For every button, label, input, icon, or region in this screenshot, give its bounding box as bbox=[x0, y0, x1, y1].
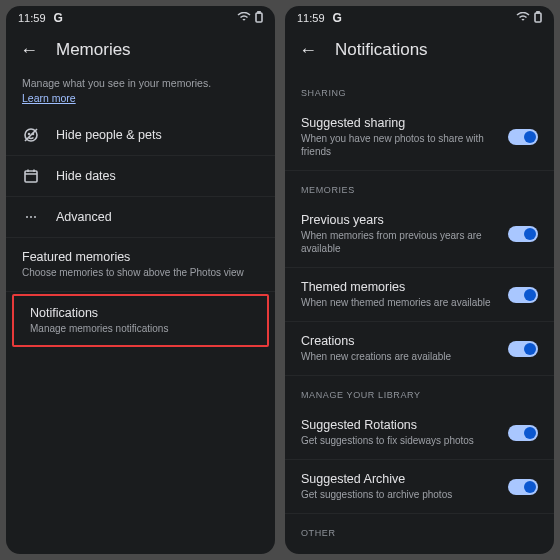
row-creations[interactable]: Creations When new creations are availab… bbox=[285, 322, 554, 376]
learn-more-link[interactable]: Learn more bbox=[22, 92, 76, 104]
toggle-creations[interactable] bbox=[508, 341, 538, 357]
status-bar: 11:59 G bbox=[285, 6, 554, 30]
notifications-screen: 11:59 G ← Notifications SHARING Suggeste… bbox=[285, 6, 554, 554]
row-sublabel: Get suggestions to fix sideways photos bbox=[301, 434, 492, 447]
row-label: Previous years bbox=[301, 213, 492, 227]
row-label: Hide dates bbox=[56, 169, 259, 183]
more-horiz-icon bbox=[22, 209, 40, 225]
app-bar: ← Memories bbox=[6, 30, 275, 74]
svg-point-10 bbox=[26, 216, 28, 218]
svg-rect-13 bbox=[535, 13, 541, 22]
row-sublabel: When new creations are available bbox=[301, 350, 492, 363]
row-sublabel: Get suggestions to archive photos bbox=[301, 488, 492, 501]
svg-point-11 bbox=[30, 216, 32, 218]
memories-screen: 11:59 G ← Memories Manage what you see i… bbox=[6, 6, 275, 554]
page-title: Notifications bbox=[335, 40, 428, 60]
settings-list: Hide people & pets Hide dates Advanced F… bbox=[6, 115, 275, 554]
calendar-icon bbox=[22, 168, 40, 184]
row-themed-memories[interactable]: Themed memories When new themed memories… bbox=[285, 268, 554, 322]
face-slash-icon bbox=[22, 127, 40, 143]
row-featured-memories[interactable]: Featured memories Choose memories to sho… bbox=[6, 238, 275, 292]
wifi-icon bbox=[516, 12, 530, 24]
row-sublabel: When new themed memories are available bbox=[301, 296, 492, 309]
svg-rect-1 bbox=[258, 11, 260, 13]
toggle-archive[interactable] bbox=[508, 479, 538, 495]
battery-icon bbox=[255, 11, 263, 25]
svg-point-3 bbox=[29, 134, 30, 135]
row-label: Creations bbox=[301, 334, 492, 348]
toggle-previous-years[interactable] bbox=[508, 226, 538, 242]
row-hide-people[interactable]: Hide people & pets bbox=[6, 115, 275, 156]
row-label: Suggested Rotations bbox=[301, 418, 492, 432]
toggle-themed-memories[interactable] bbox=[508, 287, 538, 303]
google-g-icon: G bbox=[333, 11, 342, 25]
app-bar: ← Notifications bbox=[285, 30, 554, 74]
wifi-icon bbox=[237, 12, 251, 24]
row-sublabel: When you have new photos to share with f… bbox=[301, 132, 492, 158]
page-subhead: Manage what you see in your memories. Le… bbox=[6, 74, 275, 115]
row-hide-dates[interactable]: Hide dates bbox=[6, 156, 275, 197]
row-notifications[interactable]: Notifications Manage memories notificati… bbox=[12, 294, 269, 347]
row-previous-years[interactable]: Previous years When memories from previo… bbox=[285, 201, 554, 268]
back-arrow-icon[interactable]: ← bbox=[20, 41, 38, 59]
row-label: Suggested Archive bbox=[301, 472, 492, 486]
google-g-icon: G bbox=[54, 11, 63, 25]
row-label: Advanced bbox=[56, 210, 259, 224]
clock: 11:59 bbox=[297, 12, 325, 24]
row-suggested-sharing[interactable]: Suggested sharing When you have new phot… bbox=[285, 104, 554, 171]
section-other: OTHER bbox=[285, 514, 554, 544]
status-bar: 11:59 G bbox=[6, 6, 275, 30]
row-sublabel: Choose memories to show above the Photos… bbox=[22, 266, 259, 279]
svg-rect-14 bbox=[537, 11, 539, 13]
row-label: Featured memories bbox=[22, 250, 259, 264]
back-arrow-icon[interactable]: ← bbox=[299, 41, 317, 59]
row-suggested-rotations[interactable]: Suggested Rotations Get suggestions to f… bbox=[285, 406, 554, 460]
row-sublabel: Manage memories notifications bbox=[30, 322, 257, 335]
section-sharing: SHARING bbox=[285, 74, 554, 104]
svg-rect-0 bbox=[256, 13, 262, 22]
row-device-notification-settings[interactable]: Notification settings on this device Man… bbox=[285, 544, 554, 554]
section-memories: MEMORIES bbox=[285, 171, 554, 201]
row-suggested-archive[interactable]: Suggested Archive Get suggestions to arc… bbox=[285, 460, 554, 514]
row-sublabel: When memories from previous years are av… bbox=[301, 229, 492, 255]
battery-icon bbox=[534, 11, 542, 25]
clock: 11:59 bbox=[18, 12, 46, 24]
settings-list: SHARING Suggested sharing When you have … bbox=[285, 74, 554, 554]
row-label: Suggested sharing bbox=[301, 116, 492, 130]
svg-rect-6 bbox=[25, 171, 37, 182]
subhead-text: Manage what you see in your memories. bbox=[22, 77, 211, 89]
row-label: Notifications bbox=[30, 306, 257, 320]
row-label: Themed memories bbox=[301, 280, 492, 294]
section-library: MANAGE YOUR LIBRARY bbox=[285, 376, 554, 406]
toggle-rotations[interactable] bbox=[508, 425, 538, 441]
svg-point-12 bbox=[34, 216, 36, 218]
row-label: Hide people & pets bbox=[56, 128, 259, 142]
page-title: Memories bbox=[56, 40, 131, 60]
row-advanced[interactable]: Advanced bbox=[6, 197, 275, 238]
toggle-suggested-sharing[interactable] bbox=[508, 129, 538, 145]
